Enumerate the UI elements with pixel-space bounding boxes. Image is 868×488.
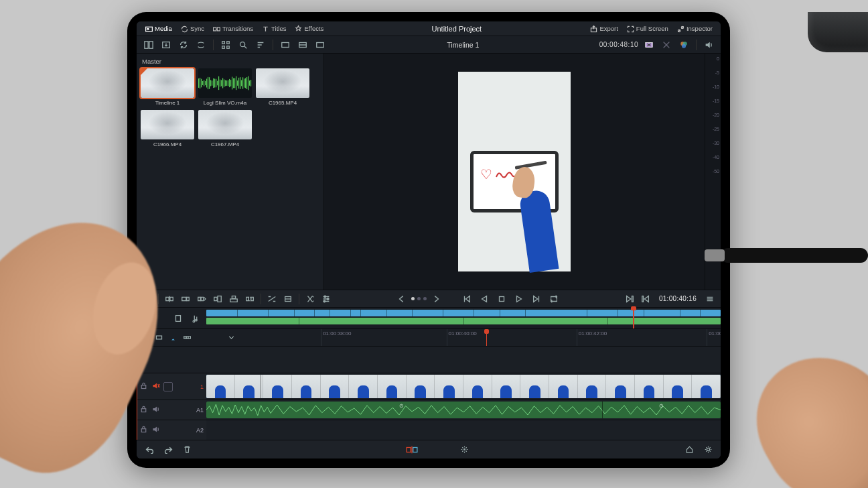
svg-rect-31 [210,80,211,86]
jog-right-button[interactable] [429,293,443,305]
settings-button[interactable] [702,444,714,456]
play-button[interactable] [512,293,526,305]
append-button[interactable] [179,293,192,305]
close-up-button[interactable] [211,293,224,305]
media-clip[interactable]: C1967.MP4 [198,110,252,147]
speaker-icon[interactable] [151,425,160,435]
tools-menu-button[interactable] [303,293,317,305]
svg-rect-70 [214,297,217,300]
lock-icon[interactable] [139,425,148,435]
video-clip-area[interactable] [206,373,721,400]
mute-audio-button[interactable] [702,39,715,51]
usb-cable [721,248,868,263]
audio-track-1-header[interactable]: A1 [137,400,206,420]
home-button[interactable] [683,444,695,456]
time-ruler[interactable]: 01:00:38:0001:00:40:0001:00:42:0001:00:4 [256,329,721,346]
svg-rect-36 [217,81,218,86]
menu-titles[interactable]: Titles [259,23,289,34]
stop-button[interactable] [495,293,508,305]
clip-view-2-button[interactable] [296,39,309,51]
svg-rect-61 [250,80,251,86]
menu-transitions[interactable]: Transitions [210,23,256,34]
viewer: ♡ 0-5-10-15-20-25-30-40-50 [324,54,721,290]
bin-label: Master [141,56,319,68]
svg-rect-15 [282,42,289,47]
undo-button[interactable] [143,444,155,456]
cut-transition-button[interactable] [281,293,295,305]
svg-rect-81 [499,296,504,301]
ripple-overwrite-button[interactable] [195,293,208,305]
jog-indicator [411,297,427,300]
search-button[interactable] [236,39,250,51]
bypass-fx-button[interactable] [642,39,656,51]
timeline-options-button[interactable] [703,293,717,305]
svg-rect-2 [214,27,216,31]
mini-timeline[interactable] [206,308,721,328]
video-track-header[interactable]: 1 [137,373,206,400]
go-last-button[interactable] [530,293,543,305]
lock-icon[interactable] [139,381,148,391]
menu-effects[interactable]: Effects [291,23,326,34]
media-clip[interactable]: C1965.MP4 [256,68,309,106]
quick-export-button[interactable] [660,39,673,51]
processing-button[interactable] [458,444,470,456]
clip-name: Logi Slim VO.m4a [198,100,252,106]
layout-toggle-button[interactable] [142,39,155,51]
viewer-canvas[interactable]: ♡ [324,54,705,290]
menu-media[interactable]: Media [142,23,175,34]
svg-point-14 [240,42,245,46]
place-on-top-button[interactable] [227,293,240,305]
track-lock-icon[interactable] [171,312,185,324]
clip-view-1-button[interactable] [279,39,292,51]
prev-clip-button[interactable] [639,293,652,305]
svg-rect-45 [229,79,230,87]
sort-button[interactable] [254,39,267,51]
svg-rect-72 [230,299,238,302]
play-reverse-button[interactable] [478,293,491,305]
audio-clip-area-2[interactable] [206,420,721,440]
go-first-button[interactable] [460,293,474,305]
track-indicator[interactable] [163,382,173,391]
loop-button[interactable] [547,293,561,305]
menu-sync[interactable]: Sync [177,23,207,34]
svg-rect-87 [141,385,146,389]
sliders-button[interactable] [319,293,333,305]
viewer-timecode[interactable]: 00:00:48:10 [599,41,638,48]
jog-left-button[interactable] [395,293,409,305]
clip-view-3-button[interactable] [313,39,327,51]
track-audio-icon[interactable] [189,312,202,324]
speaker-icon[interactable] [151,405,160,415]
menu-full-screen[interactable]: Full Screen [624,23,671,34]
source-tape-button[interactable] [194,39,208,51]
media-clip[interactable]: C1966.MP4 [141,110,194,147]
svg-rect-35 [216,79,216,88]
dissolve-button[interactable] [265,293,279,305]
sync-bin-button[interactable] [177,39,190,51]
media-clip[interactable]: Timeline 1 [141,68,194,106]
cut-page-button[interactable] [406,444,418,456]
thumbnail-view-button[interactable] [219,39,232,51]
svg-rect-53 [240,77,240,89]
audio-clip-area-1[interactable]: ⊙⊙ [206,400,721,420]
menu-export[interactable]: Export [587,23,620,34]
svg-rect-48 [233,78,234,88]
audio-track-2-header[interactable]: A2 [137,420,206,440]
audio-view-button[interactable] [182,332,192,343]
import-media-button[interactable] [159,39,173,51]
marker-tool-button[interactable] [167,332,178,343]
lock-icon[interactable] [139,405,148,415]
svg-rect-91 [413,447,417,452]
media-clip[interactable]: Logi Slim VO.m4a [198,68,252,106]
smart-insert-button[interactable] [163,293,176,305]
audio-track-2: A2 [137,420,721,440]
menu-inspector[interactable]: Inspector [674,23,715,34]
track-expand-button[interactable] [206,329,256,346]
source-overwrite-button[interactable] [243,293,257,305]
redo-button[interactable] [162,444,174,456]
color-settings-button[interactable] [677,39,691,51]
next-clip-button[interactable] [623,293,636,305]
transport-timecode[interactable]: 01:00:40:16 [659,295,697,302]
svg-rect-3 [217,27,220,31]
delete-button[interactable] [181,444,193,456]
mute-icon[interactable] [151,381,160,391]
